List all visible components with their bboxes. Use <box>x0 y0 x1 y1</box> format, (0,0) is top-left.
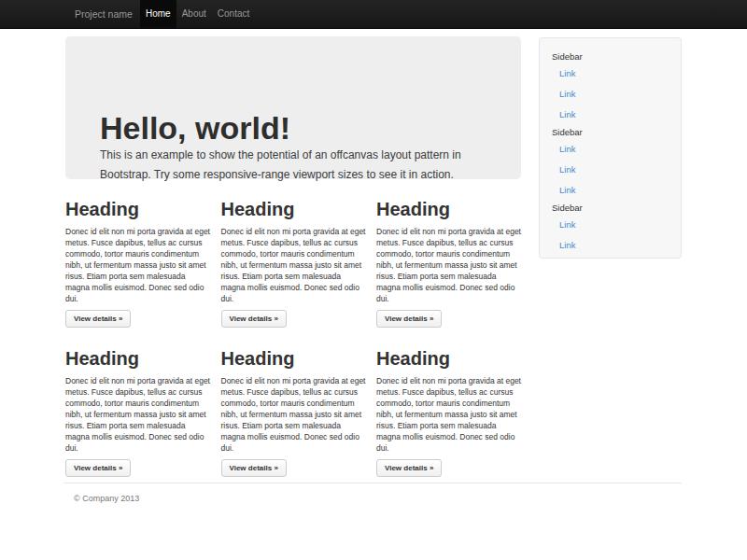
card-body-line-3: commodo, tortor mauris condimentum <box>221 398 365 409</box>
card-body-line-7: dui. <box>376 442 520 454</box>
jumbotron-text-line-1: This is an example to show the potential… <box>100 146 461 165</box>
card-body-line-2: metus. Fusce dapibus, tellus ac cursus <box>376 237 520 248</box>
navbar-brand[interactable]: Project name <box>75 0 133 28</box>
card-body: Donec id elit non mi porta gravida at eg… <box>376 375 520 454</box>
card-body-line-5: risus. Etiam porta sem malesuada <box>65 271 209 282</box>
sidebar-link-3-1[interactable]: Link <box>552 215 653 235</box>
sidebar-link-1-3[interactable]: Link <box>552 105 653 125</box>
card-body: Donec id elit non mi porta gravida at eg… <box>65 226 209 304</box>
footer-text: © Company 2013 <box>74 492 139 505</box>
card-body-line-4: nibh, ut fermentum massa justo sit amet <box>221 259 365 271</box>
sidebar-group-header-2: Sidebar <box>552 125 681 139</box>
card-body-line-2: metus. Fusce dapibus, tellus ac cursus <box>65 237 209 248</box>
sidebar-link-1-1[interactable]: Link <box>552 63 653 84</box>
nav-item-home[interactable]: Home <box>140 0 176 28</box>
card-4: HeadingDonec id elit non mi porta gravid… <box>65 347 209 477</box>
view-details-button[interactable]: View details » <box>376 310 442 328</box>
view-details-button[interactable]: View details » <box>221 310 287 328</box>
jumbotron-title: Hello, world! <box>100 111 290 145</box>
card-title: Heading <box>221 347 365 370</box>
card-body-line-3: commodo, tortor mauris condimentum <box>376 398 520 409</box>
jumbotron-text: This is an example to show the potential… <box>100 146 461 185</box>
card-body-line-6: magna mollis euismod. Donec sed odio <box>65 431 209 442</box>
card-body-line-3: commodo, tortor mauris condimentum <box>221 248 365 259</box>
footer-divider <box>63 483 682 483</box>
card-body-line-2: metus. Fusce dapibus, tellus ac cursus <box>221 237 365 248</box>
card-1: HeadingDonec id elit non mi porta gravid… <box>65 198 209 328</box>
card-body-line-1: Donec id elit non mi porta gravida at eg… <box>65 226 209 237</box>
card-title: Heading <box>65 347 209 370</box>
card-title: Heading <box>65 198 209 220</box>
sidebar-link-1-2[interactable]: Link <box>552 84 653 105</box>
card-body-line-2: metus. Fusce dapibus, tellus ac cursus <box>221 386 365 398</box>
card-body-line-1: Donec id elit non mi porta gravida at eg… <box>221 226 365 237</box>
navbar-menu: HomeAboutContact <box>140 0 255 28</box>
card-title: Heading <box>376 347 520 370</box>
card-body-line-7: dui. <box>221 293 365 304</box>
view-details-button[interactable]: View details » <box>65 459 131 477</box>
card-body-line-3: commodo, tortor mauris condimentum <box>65 248 209 259</box>
card-body-line-5: risus. Etiam porta sem malesuada <box>376 271 520 282</box>
sidebar-link-3-2[interactable]: Link <box>552 235 653 256</box>
card-body: Donec id elit non mi porta gravida at eg… <box>221 375 365 454</box>
card-body-line-7: dui. <box>65 293 209 304</box>
card-body-line-3: commodo, tortor mauris condimentum <box>376 248 520 259</box>
card-body-line-5: risus. Etiam porta sem malesuada <box>65 420 209 431</box>
card-body-line-2: metus. Fusce dapibus, tellus ac cursus <box>376 386 520 398</box>
sidebar-group-header-1: Sidebar <box>552 49 681 63</box>
sidebar-group-header-3: Sidebar <box>552 201 681 215</box>
card-body-line-6: magna mollis euismod. Donec sed odio <box>376 282 520 293</box>
card-body: Donec id elit non mi porta gravida at eg… <box>221 226 365 304</box>
cards-row-2: HeadingDonec id elit non mi porta gravid… <box>65 347 532 487</box>
card-3: HeadingDonec id elit non mi porta gravid… <box>376 198 520 328</box>
view-details-button[interactable]: View details » <box>376 459 442 477</box>
card-body-line-5: risus. Etiam porta sem malesuada <box>376 420 520 431</box>
card-body-line-6: magna mollis euismod. Donec sed odio <box>221 431 365 442</box>
card-5: HeadingDonec id elit non mi porta gravid… <box>221 347 365 477</box>
card-body-line-5: risus. Etiam porta sem malesuada <box>221 420 365 431</box>
jumbotron-text-line-2: Bootstrap. Try some responsive-range vie… <box>100 165 461 185</box>
card-2: HeadingDonec id elit non mi porta gravid… <box>221 198 365 328</box>
card-body-line-6: magna mollis euismod. Donec sed odio <box>376 431 520 442</box>
view-details-button[interactable]: View details » <box>221 459 287 477</box>
card-body-line-1: Donec id elit non mi porta gravida at eg… <box>221 375 365 386</box>
nav-item-contact[interactable]: Contact <box>212 0 255 28</box>
card-body-line-3: commodo, tortor mauris condimentum <box>65 398 209 409</box>
view-details-button[interactable]: View details » <box>65 310 131 328</box>
card-body: Donec id elit non mi porta gravida at eg… <box>65 375 209 454</box>
card-title: Heading <box>376 198 520 220</box>
jumbotron: Hello, world! This is an example to show… <box>65 36 521 179</box>
sidebar: SidebarLinkLinkLinkSidebarLinkLinkLinkSi… <box>539 37 682 259</box>
sidebar-link-2-1[interactable]: Link <box>552 139 653 160</box>
card-body-line-4: nibh, ut fermentum massa justo sit amet <box>65 409 209 420</box>
card-body-line-4: nibh, ut fermentum massa justo sit amet <box>376 259 520 271</box>
card-body-line-7: dui. <box>376 293 520 304</box>
card-body: Donec id elit non mi porta gravida at eg… <box>376 226 520 304</box>
card-6: HeadingDonec id elit non mi porta gravid… <box>376 347 520 477</box>
card-body-line-7: dui. <box>65 442 209 454</box>
card-body-line-1: Donec id elit non mi porta gravida at eg… <box>65 375 209 386</box>
card-body-line-1: Donec id elit non mi porta gravida at eg… <box>376 375 520 386</box>
page: Project name HomeAboutContact Hello, wor… <box>0 0 747 560</box>
card-body-line-6: magna mollis euismod. Donec sed odio <box>65 282 209 293</box>
card-body-line-1: Donec id elit non mi porta gravida at eg… <box>376 226 520 237</box>
card-body-line-4: nibh, ut fermentum massa justo sit amet <box>65 259 209 271</box>
card-body-line-2: metus. Fusce dapibus, tellus ac cursus <box>65 386 209 398</box>
card-body-line-5: risus. Etiam porta sem malesuada <box>221 271 365 282</box>
sidebar-link-2-3[interactable]: Link <box>552 180 653 201</box>
card-body-line-4: nibh, ut fermentum massa justo sit amet <box>221 409 365 420</box>
card-body-line-4: nibh, ut fermentum massa justo sit amet <box>376 409 520 420</box>
navbar: Project name HomeAboutContact <box>0 0 747 29</box>
card-body-line-7: dui. <box>221 442 365 454</box>
cards-row-1: HeadingDonec id elit non mi porta gravid… <box>65 198 532 338</box>
card-body-line-6: magna mollis euismod. Donec sed odio <box>221 282 365 293</box>
nav-item-about[interactable]: About <box>176 0 212 28</box>
sidebar-link-2-2[interactable]: Link <box>552 160 653 180</box>
card-title: Heading <box>221 198 365 220</box>
